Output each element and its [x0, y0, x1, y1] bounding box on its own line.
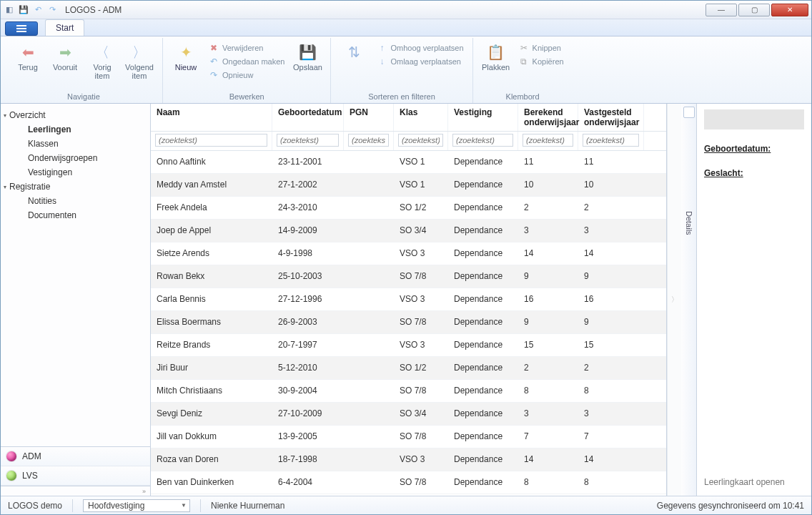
cell: VSO 3: [394, 454, 448, 464]
table-row[interactable]: Joep de Appel14-9-2009SO 3/4Dependance33: [151, 220, 666, 242]
link-leerlingkaart[interactable]: Leerlingkaart openen: [704, 477, 804, 490]
cell: Dependance: [448, 386, 518, 396]
nav-overzicht[interactable]: Overzicht: [4, 108, 147, 122]
group-label-klembord: Klembord: [506, 91, 540, 103]
table-row[interactable]: Jiri Buur5-12-2010SO 1/2Dependance22: [151, 357, 666, 380]
save-icon[interactable]: 💾: [18, 4, 29, 16]
filter-vastgesteld[interactable]: [583, 134, 639, 147]
ribbon-group-sorteren: ⇅ ↑Omhoog verplaatsen ↓Omlaag verplaatse…: [331, 38, 472, 103]
forward-button[interactable]: ➡Vooruit: [48, 41, 82, 73]
sort-icon-button[interactable]: ⇅: [337, 41, 371, 64]
tab-start[interactable]: Start: [45, 19, 84, 36]
maximize-button[interactable]: ▢: [738, 4, 770, 16]
redo-icon: ↷: [209, 70, 219, 80]
nav-leerlingen[interactable]: Leerlingen: [4, 122, 147, 137]
redo-button[interactable]: ↷Opnieuw: [206, 69, 287, 81]
nav-vestigingen[interactable]: Vestigingen: [4, 165, 147, 180]
cell: 15: [518, 340, 578, 350]
cell: Dependance: [448, 408, 518, 418]
cell: SO 7/8: [394, 386, 448, 396]
table-row[interactable]: Elissa Boermans26-9-2003SO 7/8Dependance…: [151, 311, 666, 334]
table-row[interactable]: Onno Aaftink23-11-2001VSO 1Dependance111…: [151, 151, 666, 174]
table-row[interactable]: Roza van Doren18-7-1998VSO 3Dependance14…: [151, 448, 666, 471]
redo-icon[interactable]: ↷: [46, 4, 58, 16]
cell: Dependance: [448, 248, 518, 258]
back-button[interactable]: ⬅Terug: [11, 41, 45, 73]
undo-icon[interactable]: ↶: [32, 4, 44, 16]
copy-button[interactable]: ⧉Kopiëren: [516, 56, 567, 67]
details-tab[interactable]: Details: [681, 104, 697, 496]
nav-registratie[interactable]: Registratie: [4, 180, 147, 194]
col-naam[interactable]: Naam: [151, 104, 272, 131]
move-up-button[interactable]: ↑Omhoog verplaatsen: [374, 42, 466, 54]
cell: VSO 3: [394, 248, 448, 258]
move-down-button[interactable]: ↓Omlaag verplaatsen: [374, 56, 466, 67]
filter-naam[interactable]: [155, 134, 267, 147]
cell: 27-10-2009: [272, 408, 344, 418]
save-button[interactable]: 💾Opslaan: [290, 41, 325, 73]
filter-berekend[interactable]: [523, 134, 573, 147]
delete-button[interactable]: ✖Verwijderen: [206, 42, 287, 54]
nav-onderwijsgroepen[interactable]: Onderwijsgroepen: [4, 151, 147, 165]
module-lvs[interactable]: LVS: [1, 466, 150, 486]
cell: Dependance: [448, 477, 518, 487]
cell: 14-9-2009: [272, 225, 344, 235]
col-klas[interactable]: Klas: [394, 104, 448, 131]
paste-button[interactable]: 📋Plakken: [479, 41, 513, 73]
cell: SO 1/2: [394, 363, 448, 373]
nav-modules: ADM LVS »: [1, 446, 150, 496]
cell: Dependance: [448, 454, 518, 464]
cell: 25-10-2003: [272, 271, 344, 281]
nav-notities[interactable]: Notities: [4, 194, 147, 208]
col-vestiging[interactable]: Vestiging: [448, 104, 518, 131]
col-vastgesteld[interactable]: Vastgesteld onderwijsjaar: [578, 104, 644, 131]
new-button[interactable]: ✦Nieuw: [169, 41, 203, 73]
file-menu-button[interactable]: [5, 21, 38, 36]
col-geboortedatum[interactable]: Geboortedatum: [272, 104, 344, 131]
table-row[interactable]: Reitze Brands20-7-1997VSO 3Dependance151…: [151, 334, 666, 357]
col-pgn[interactable]: PGN: [344, 104, 394, 131]
cell: 14: [578, 248, 644, 258]
prev-item-button[interactable]: 〈Vorig item: [85, 41, 119, 82]
undo-button[interactable]: ↶Ongedaan maken: [206, 56, 287, 67]
vestiging-select[interactable]: Hoofdvestiging: [83, 499, 190, 512]
table-row[interactable]: Rowan Bekx25-10-2003SO 7/8Dependance99: [151, 265, 666, 288]
titlebar: ◧ 💾 ↶ ↷ LOGOS - ADM — ▢ ✕: [1, 1, 811, 19]
module-adm[interactable]: ADM: [1, 447, 150, 466]
minimize-button[interactable]: —: [705, 4, 737, 16]
filter-geboorte[interactable]: [277, 134, 339, 147]
module-collapse-button[interactable]: »: [1, 486, 150, 496]
status-demo: LOGOS demo: [8, 501, 62, 511]
grid-body[interactable]: Onno Aaftink23-11-2001VSO 1Dependance111…: [151, 151, 666, 496]
table-row[interactable]: Carla Bennis27-12-1996VSO 3Dependance161…: [151, 288, 666, 311]
cell: Dependance: [448, 225, 518, 235]
next-item-button[interactable]: 〉Volgend item: [122, 41, 157, 82]
grid-expand-button[interactable]: 〉: [667, 104, 681, 496]
table-row[interactable]: Mitch Christiaans30-9-2004SO 7/8Dependan…: [151, 380, 666, 403]
nav-klassen[interactable]: Klassen: [4, 137, 147, 151]
cell: 9: [518, 271, 578, 281]
cell: Ben van Duinkerken: [151, 477, 272, 487]
table-row[interactable]: Freek Andela24-3-2010SO 1/2Dependance22: [151, 197, 666, 220]
table-row[interactable]: Jill van Dokkum13-9-2005SO 7/8Dependance…: [151, 426, 666, 448]
nav-documenten[interactable]: Documenten: [4, 208, 147, 222]
cut-button[interactable]: ✂Knippen: [516, 42, 567, 54]
cell: Dependance: [448, 157, 518, 167]
cell: Sevgi Deniz: [151, 408, 272, 418]
filter-klas[interactable]: [398, 134, 443, 147]
close-button[interactable]: ✕: [771, 4, 808, 16]
filter-pgn[interactable]: [348, 134, 389, 147]
cell: 20-7-1997: [272, 340, 344, 350]
table-row[interactable]: Ben van Duinkerken6-4-2004SO 7/8Dependan…: [151, 471, 666, 494]
table-row[interactable]: Sietze Arends4-9-1998VSO 3Dependance1414: [151, 242, 666, 265]
col-berekend[interactable]: Berekend onderwijsjaar: [518, 104, 578, 131]
save-icon: 💾: [297, 42, 317, 62]
cell: SO 7/8: [394, 271, 448, 281]
cell: 8: [518, 386, 578, 396]
table-row[interactable]: Sevgi Deniz27-10-2009SO 3/4Dependance33: [151, 403, 666, 426]
cell: 11: [578, 157, 644, 167]
svg-rect-2: [16, 31, 26, 32]
filter-vestiging[interactable]: [452, 134, 513, 147]
table-row[interactable]: Meddy van Amstel27-1-2002VSO 1Dependance…: [151, 174, 666, 197]
cell: 7: [518, 431, 578, 441]
